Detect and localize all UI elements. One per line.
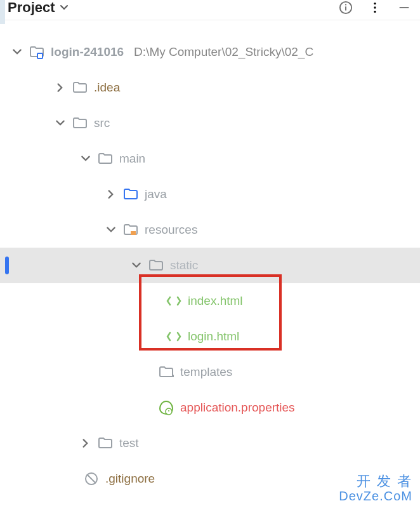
chevron-right-icon <box>55 82 66 93</box>
tree-item-templates[interactable]: templates <box>0 354 420 390</box>
tree-item-src[interactable]: src <box>0 105 420 141</box>
svg-point-3 <box>374 2 376 4</box>
chevron-down-icon <box>55 117 66 129</box>
panel-actions <box>339 1 412 15</box>
tree-label: resources <box>145 223 197 237</box>
chevron-right-icon <box>80 438 91 449</box>
tree-label: index.html <box>188 294 243 308</box>
project-panel-header: Project <box>0 0 420 20</box>
tree-item-application-properties[interactable]: application.properties <box>0 390 420 425</box>
tree-label: .idea <box>94 81 120 95</box>
chevron-down-icon <box>80 153 91 164</box>
tree-label: src <box>94 116 110 130</box>
folder-icon <box>72 80 88 95</box>
html-file-icon <box>166 329 181 344</box>
svg-point-4 <box>374 6 376 8</box>
tree-item-java[interactable]: java <box>0 177 420 212</box>
chevron-down-icon <box>131 260 142 271</box>
tree-root-row[interactable]: login-241016 D:\My Computer\02_Stricky\0… <box>0 34 420 70</box>
html-file-icon <box>166 293 181 309</box>
tree-label: main <box>119 152 145 166</box>
chevron-down-icon <box>11 46 23 58</box>
tree-label: java <box>145 187 167 201</box>
spring-boot-icon <box>159 400 174 415</box>
source-folder-icon <box>123 187 138 202</box>
watermark: 开 发 者 DevZe.CoM <box>339 474 412 503</box>
tree-root-path: D:\My Computer\02_Stricky\02_C <box>134 45 313 59</box>
chevron-right-icon <box>105 189 117 200</box>
panel-title: Project <box>8 0 55 16</box>
project-folder-icon <box>29 44 44 60</box>
tree-label: login.html <box>188 330 239 344</box>
tree-label: .gitignore <box>105 472 155 486</box>
more-icon[interactable] <box>368 1 382 15</box>
chevron-down-icon <box>105 224 117 236</box>
svg-rect-8 <box>131 231 136 235</box>
tree-item-idea[interactable]: .idea <box>0 70 420 105</box>
svg-line-11 <box>87 474 96 483</box>
tree-item-login-html[interactable]: login.html <box>0 319 420 354</box>
info-icon[interactable] <box>339 1 353 15</box>
tree-item-resources[interactable]: resources <box>0 212 420 248</box>
folder-icon <box>159 364 174 380</box>
resources-folder-icon <box>123 222 138 237</box>
folder-icon <box>98 151 113 166</box>
tree-root-label: login-241016 <box>51 45 124 59</box>
folder-icon <box>148 258 164 273</box>
tree-label: templates <box>180 365 232 379</box>
tree-label: application.properties <box>180 401 295 415</box>
svg-point-2 <box>345 4 346 5</box>
watermark-line2: DevZe.CoM <box>339 489 412 503</box>
tree-item-static[interactable]: static <box>0 248 420 283</box>
tree-label: static <box>170 258 198 272</box>
tree-item-main[interactable]: main <box>0 141 420 177</box>
project-panel-title-group[interactable]: Project <box>8 0 69 16</box>
tree-item-index-html[interactable]: index.html <box>0 283 420 319</box>
svg-point-5 <box>374 10 376 12</box>
project-tree: login-241016 D:\My Computer\02_Stricky\0… <box>0 20 420 497</box>
gitignore-icon <box>84 471 99 486</box>
chevron-down-icon <box>59 3 69 13</box>
folder-icon <box>72 116 88 131</box>
collapse-icon[interactable] <box>397 1 411 15</box>
left-edge-marker <box>0 0 5 24</box>
folder-icon <box>98 436 113 451</box>
watermark-line1: 开 发 者 <box>357 473 412 489</box>
svg-rect-7 <box>37 53 43 58</box>
tree-label: test <box>119 436 139 450</box>
tree-item-test[interactable]: test <box>0 425 420 461</box>
